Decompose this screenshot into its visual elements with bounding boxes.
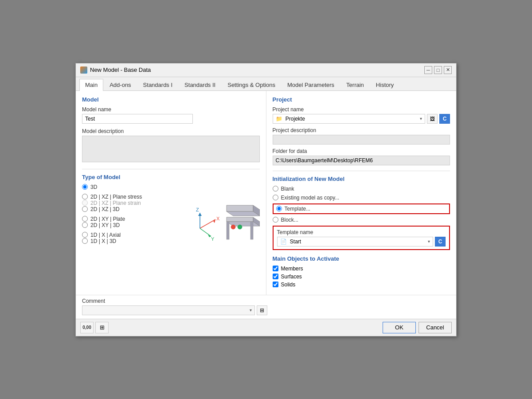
model-name-input[interactable] bbox=[82, 114, 193, 124]
init-block-input[interactable] bbox=[273, 217, 278, 223]
checkbox-surfaces[interactable]: Surfaces bbox=[273, 274, 450, 280]
radio-2d-xz-stress-input[interactable] bbox=[82, 194, 88, 200]
template-folder-icon: 📄 bbox=[280, 239, 287, 245]
radio-1d-x-3d[interactable]: 1D | X | 3D bbox=[82, 238, 172, 244]
3d-model-viz: X Y Z bbox=[176, 184, 260, 253]
minimize-button[interactable]: ─ bbox=[424, 66, 432, 74]
model-name-label: Model name bbox=[82, 106, 260, 113]
dropdown-arrow-icon: ▾ bbox=[420, 116, 422, 121]
tab-main[interactable]: Main bbox=[79, 79, 103, 91]
init-copy[interactable]: Existing model as copy... bbox=[273, 195, 450, 201]
checkbox-members-input[interactable] bbox=[273, 266, 278, 271]
radio-2d-xy-plate[interactable]: 2D | XY | Plate bbox=[82, 216, 172, 222]
init-template[interactable]: Template... bbox=[276, 206, 447, 212]
init-copy-label: Existing model as copy... bbox=[281, 195, 340, 201]
svg-point-17 bbox=[231, 225, 235, 229]
checkbox-solids-label: Solids bbox=[281, 282, 296, 288]
radio-2d-xy-3d-input[interactable] bbox=[82, 222, 88, 228]
checkbox-solids[interactable]: Solids bbox=[273, 282, 450, 288]
copy-icon-button[interactable]: ⊞ bbox=[95, 322, 109, 333]
model-desc-input[interactable] bbox=[82, 136, 260, 162]
radio-2d-xz-stress-label: 2D | XZ | Plane stress bbox=[90, 194, 142, 200]
main-content: Model Model name Model description Type … bbox=[76, 91, 456, 295]
right-panel: Project Project name 📁 Projekte ▾ 🖼 bbox=[266, 91, 457, 295]
template-highlight-box: Template... bbox=[273, 203, 450, 214]
type-section-title: Type of Model bbox=[82, 174, 260, 180]
tab-bar: Main Add-ons Standards I Standards II Se… bbox=[76, 77, 456, 91]
zero-icon: 0,00 bbox=[82, 325, 91, 330]
project-browse-button[interactable]: 🖼 bbox=[427, 114, 438, 124]
radio-1d-x-axial-input[interactable] bbox=[82, 232, 88, 238]
project-desc-input[interactable] bbox=[273, 135, 450, 145]
ok-button[interactable]: OK bbox=[383, 322, 416, 333]
tab-terrain[interactable]: Terrain bbox=[340, 79, 370, 90]
radio-3d[interactable]: 3D bbox=[82, 184, 172, 190]
project-name-label: Project name bbox=[273, 106, 450, 113]
cancel-button[interactable]: Cancel bbox=[419, 322, 452, 333]
comment-label: Comment bbox=[82, 298, 450, 304]
svg-marker-7 bbox=[198, 213, 202, 216]
type-section: Type of Model 3D 2D | XZ | Plane stress bbox=[82, 174, 260, 253]
init-template-input[interactable] bbox=[276, 206, 282, 211]
svg-line-3 bbox=[200, 228, 211, 236]
main-objects-title: Main Objects to Activate bbox=[273, 255, 450, 262]
title-bar-left: New Model - Base Data bbox=[80, 66, 151, 74]
tab-standards2[interactable]: Standards II bbox=[179, 79, 221, 90]
radio-2d-xz-strain: 2D | XZ | Plane strain bbox=[82, 200, 172, 206]
init-blank-input[interactable] bbox=[273, 186, 278, 192]
main-objects-section: Main Objects to Activate Members Surface… bbox=[273, 255, 450, 288]
new-project-icon: C bbox=[443, 116, 447, 122]
left-panel: Model Model name Model description Type … bbox=[76, 91, 266, 295]
close-button[interactable]: ✕ bbox=[444, 66, 452, 74]
template-dropdown-value: 📄 Start bbox=[280, 239, 301, 245]
footer-right: OK Cancel bbox=[383, 322, 452, 333]
3d-viz-svg: X Y Z bbox=[176, 184, 260, 253]
radio-2d-xy-plate-input[interactable] bbox=[82, 216, 88, 222]
radio-1d-x-3d-label: 1D | X | 3D bbox=[90, 238, 116, 244]
checkbox-members[interactable]: Members bbox=[273, 266, 450, 272]
tab-standards1[interactable]: Standards I bbox=[137, 79, 179, 90]
template-name-row: 📄 Start ▾ C bbox=[277, 237, 446, 246]
radio-2d-xz-3d-input[interactable] bbox=[82, 206, 88, 212]
radio-column: 3D 2D | XZ | Plane stress 2D | XZ | Plan… bbox=[82, 184, 172, 253]
radio-1d-x-axial[interactable]: 1D | X | Axial bbox=[82, 232, 172, 238]
template-name-dropdown[interactable]: 📄 Start ▾ bbox=[277, 237, 434, 246]
init-block-label: Block... bbox=[281, 217, 298, 223]
tab-history[interactable]: History bbox=[370, 79, 399, 90]
radio-2d-xy-3d[interactable]: 2D | XY | 3D bbox=[82, 222, 172, 228]
comment-dropdown[interactable]: ▾ bbox=[82, 305, 255, 315]
radio-1d-x-3d-input[interactable] bbox=[82, 238, 88, 244]
tab-settings-options[interactable]: Settings & Options bbox=[222, 79, 281, 90]
maximize-button[interactable]: □ bbox=[434, 66, 442, 74]
model-section: Model Model name Model description bbox=[82, 96, 260, 164]
checkbox-surfaces-input[interactable] bbox=[273, 274, 278, 279]
radio-3d-label: 3D bbox=[90, 184, 97, 190]
radio-2d-xz-strain-label: 2D | XZ | Plane strain bbox=[90, 200, 141, 206]
init-block[interactable]: Block... bbox=[273, 217, 450, 223]
checkbox-solids-input[interactable] bbox=[273, 282, 278, 287]
tab-addons[interactable]: Add-ons bbox=[104, 79, 137, 90]
checkbox-surfaces-label: Surfaces bbox=[281, 274, 302, 280]
svg-line-0 bbox=[200, 219, 215, 228]
init-blank[interactable]: Blank bbox=[273, 186, 450, 192]
init-copy-input[interactable] bbox=[273, 195, 278, 200]
comment-expand-button[interactable]: ⊞ bbox=[257, 305, 267, 315]
footer-bar: 0,00 ⊞ OK Cancel bbox=[76, 319, 456, 336]
footer-left: 0,00 ⊞ bbox=[80, 322, 109, 333]
template-new-button[interactable]: C bbox=[435, 237, 446, 246]
radio-2d-xz-3d[interactable]: 2D | XZ | 3D bbox=[82, 206, 172, 212]
folder-data-input[interactable] bbox=[273, 156, 450, 165]
project-name-dropdown[interactable]: 📁 Projekte ▾ bbox=[273, 114, 426, 124]
copy-icon: ⊞ bbox=[100, 324, 105, 331]
radio-2d-xz-stress[interactable]: 2D | XZ | Plane stress bbox=[82, 194, 172, 200]
init-section-title: Initialization of New Model bbox=[273, 176, 450, 182]
template-name-box: Template name 📄 Start ▾ C bbox=[273, 226, 450, 250]
zero-icon-button[interactable]: 0,00 bbox=[80, 322, 94, 333]
project-new-button[interactable]: C bbox=[439, 114, 450, 124]
radio-2d-xz-strain-input bbox=[82, 200, 88, 206]
tab-model-parameters[interactable]: Model Parameters bbox=[282, 79, 340, 90]
checkbox-members-label: Members bbox=[281, 266, 303, 272]
main-window: New Model - Base Data ─ □ ✕ Main Add-ons… bbox=[75, 63, 457, 336]
app-icon bbox=[80, 66, 87, 74]
radio-3d-input[interactable] bbox=[82, 184, 88, 190]
